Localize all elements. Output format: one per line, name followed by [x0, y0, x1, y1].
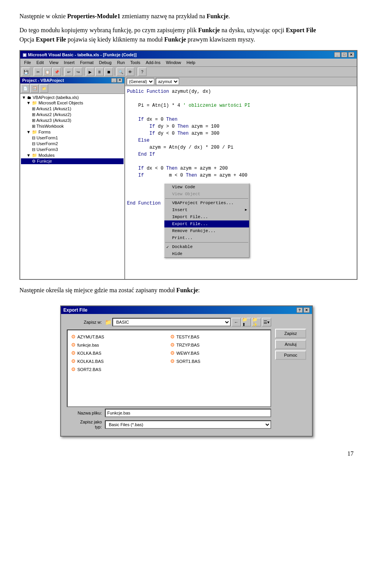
menu-insert[interactable]: Insert	[61, 59, 77, 66]
tree-funkcje[interactable]: ⚙ Funkcje	[21, 158, 124, 164]
tb-help[interactable]: ?	[138, 68, 146, 76]
toolbar: 💾 ✂ 📋 📌 ↩ ↪ ▶ ⏸ ⏹ 🔍 👁 ?	[20, 67, 357, 77]
tree-excel-objects[interactable]: ▼ 📁 Microsoft Excel Objects	[21, 100, 124, 106]
tb-cut[interactable]: ✂	[34, 68, 42, 76]
minimize-button[interactable]: _	[334, 52, 340, 57]
code-object-select[interactable]: (General)	[127, 78, 154, 85]
code-header: (General) azymut	[125, 77, 357, 86]
dialog-title-bar: Export File ? ✕	[61, 306, 312, 314]
panel-minimize[interactable]: _	[111, 78, 117, 83]
ctx-export-file[interactable]: Export File...	[164, 220, 249, 227]
title-bar-buttons: _ □ ✕	[334, 52, 354, 57]
menu-edit[interactable]: Edit	[34, 59, 46, 66]
tb-run[interactable]: ▶	[86, 68, 94, 76]
toggle-folders-btn[interactable]: 📁	[40, 84, 48, 93]
dialog-body: Zapisz w: 📁 BASIC ← 📁⬆ 📁✨ ☰▾	[61, 314, 312, 436]
tb-copy[interactable]: 📋	[43, 68, 52, 76]
view-code-btn[interactable]: 📄	[21, 84, 30, 93]
help-button[interactable]: Pomoc	[275, 350, 306, 360]
tb-pause[interactable]: ⏸	[95, 68, 104, 76]
maximize-button[interactable]: □	[341, 52, 347, 57]
panel-close[interactable]: ✕	[117, 78, 122, 83]
project-panel-toolbar: 📄 🪟 📁	[20, 83, 124, 94]
close-button[interactable]: ✕	[348, 52, 354, 57]
tb-save[interactable]: 💾	[22, 68, 30, 76]
save-button[interactable]: Zapisz	[275, 329, 306, 338]
nav-new-btn[interactable]: 📁✨	[252, 318, 261, 326]
file-kolka[interactable]: ⚙ KOLKA.BAS	[71, 350, 168, 356]
file-azymut[interactable]: ⚙ AZYMUT.BAS	[71, 333, 168, 340]
tb-sep4	[115, 68, 115, 76]
menu-view[interactable]: View	[47, 59, 61, 66]
menu-format[interactable]: Format	[78, 59, 96, 66]
vba-ide-screenshot: ▣ Microsoft Visual Basic - tabelka.xls -…	[19, 50, 357, 280]
tb-paste[interactable]: 📌	[52, 68, 61, 76]
tb-debug[interactable]: 🔍	[117, 68, 125, 76]
tb-stop[interactable]: ⏹	[105, 68, 113, 76]
page-number: 17	[19, 450, 354, 457]
tree-arkusz2[interactable]: ⊞ Arkusz2 (Arkusz2)	[21, 112, 124, 118]
vba-title: Microsoft Visual Basic - tabelka.xls - […	[28, 52, 137, 57]
tree-arkusz1[interactable]: ⊞ Arkusz1 (Arkusz1)	[21, 106, 124, 112]
project-panel: Project - VBAProject _ ✕ 📄 🪟 📁 ▼ 🖿 VBAPr…	[20, 77, 125, 279]
file-sort2[interactable]: ⚙ SORT2.BAS	[71, 366, 168, 373]
tree-forms[interactable]: ▼ 📁 Forms	[21, 129, 124, 135]
tree-userform3[interactable]: ⊟ UserForm3	[21, 147, 124, 153]
ctx-print[interactable]: Print...	[164, 234, 249, 241]
ctx-remove-funkcje[interactable]: Remove Funkcje...	[164, 227, 249, 234]
file-testy[interactable]: ⚙ TESTY.BAS	[170, 333, 267, 340]
nav-back-btn[interactable]: ←	[232, 318, 241, 326]
ctx-insert[interactable]: Insert	[164, 206, 249, 213]
file-trzyp[interactable]: ⚙ TRZYP.BAS	[170, 342, 267, 348]
file-funkcje[interactable]: ⚙ funkcje.bas	[71, 342, 168, 348]
dialog-close-btn[interactable]: ✕	[303, 307, 310, 313]
tree-userform2[interactable]: ⊟ UserForm2	[21, 141, 124, 147]
code-area[interactable]: Public Function azymut(dy, dx) Pi = Atn(…	[125, 86, 357, 279]
save-in-select[interactable]: BASIC	[112, 318, 231, 326]
project-tree[interactable]: ▼ 🖿 VBAProject (tabelka.xls) ▼ 📁 Microso…	[20, 94, 124, 279]
ctx-view-code[interactable]: View Code	[164, 184, 249, 191]
filename-label: Nazwa pliku:	[67, 411, 102, 415]
file-list[interactable]: ⚙ AZYMUT.BAS ⚙ TESTY.BAS ⚙ funkcje.bas ⚙…	[67, 330, 271, 407]
tree-arkusz3[interactable]: ⊞ Arkusz3 (Arkusz3)	[21, 118, 124, 123]
ctx-hide[interactable]: Hide	[164, 250, 249, 257]
context-menu: View Code View Object VBAProject Propert…	[164, 183, 249, 258]
menu-window[interactable]: Window	[164, 59, 183, 66]
tree-expand-icon: ▼	[22, 95, 26, 100]
filetype-select[interactable]: Basic Files (*.bas)	[105, 420, 271, 429]
nav-up-btn[interactable]: 📁⬆	[242, 318, 251, 326]
panel-title-buttons: _ ✕	[111, 78, 122, 83]
file-icon-trzyp: ⚙	[170, 342, 175, 348]
tb-watch[interactable]: 👁	[126, 68, 134, 76]
menu-run[interactable]: Run	[115, 59, 127, 66]
menu-file[interactable]: File	[22, 59, 33, 66]
tree-vbaproject[interactable]: ▼ 🖿 VBAProject (tabelka.xls)	[21, 95, 124, 100]
file-sort1[interactable]: ⚙ SORT1.BAS	[170, 358, 267, 364]
code-procedure-select[interactable]: azymut	[156, 78, 179, 85]
ctx-view-object[interactable]: View Object	[164, 191, 249, 198]
file-name-sort1: SORT1.BAS	[176, 359, 200, 364]
ctx-dockable[interactable]: Dockable	[164, 243, 249, 250]
file-icon-testy: ⚙	[170, 334, 175, 340]
project-title-text: Project - VBAProject	[22, 78, 64, 83]
tree-userform1[interactable]: ⊟ UserForm1	[21, 135, 124, 141]
file-wewy[interactable]: ⚙ WEWY.BAS	[170, 350, 267, 356]
ctx-vbaproject-props[interactable]: VBAProject Properties...	[164, 199, 249, 206]
tb-redo[interactable]: ↪	[74, 68, 82, 76]
menu-debug[interactable]: Debug	[97, 59, 114, 66]
cancel-button[interactable]: Anuluj	[275, 340, 306, 349]
tree-modules[interactable]: ▼ 📁 Modules	[21, 153, 124, 158]
file-kolka1[interactable]: ⚙ KOLKA1.BAS	[71, 358, 168, 364]
menu-tools[interactable]: Tools	[128, 59, 143, 66]
menu-addins[interactable]: Add-Ins	[143, 59, 163, 66]
menu-help[interactable]: Help	[184, 59, 198, 66]
ctx-import-file[interactable]: Import File...	[164, 213, 249, 220]
filename-input[interactable]	[105, 409, 271, 417]
tb-undo[interactable]: ↩	[64, 68, 73, 76]
nav-view-btn[interactable]: ☰▾	[262, 318, 271, 326]
view-object-btn[interactable]: 🪟	[30, 84, 39, 93]
ide-body: Project - VBAProject _ ✕ 📄 🪟 📁 ▼ 🖿 VBAPr…	[20, 77, 357, 279]
tree-thisworkbook[interactable]: ⊞ ThisWorkbook	[21, 123, 124, 129]
dialog-help-btn[interactable]: ?	[296, 307, 303, 313]
filetype-row: Zapisz jakotyp: Basic Files (*.bas)	[67, 420, 271, 430]
